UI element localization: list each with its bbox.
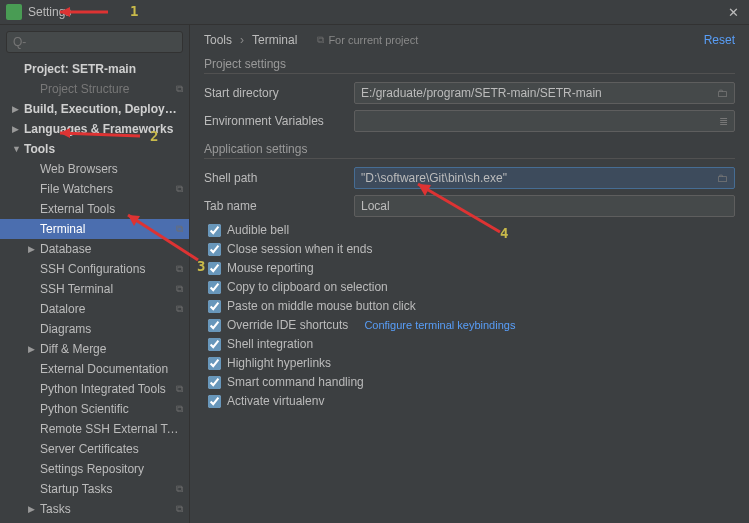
- checkbox[interactable]: [208, 243, 221, 256]
- sidebar-item-external-documentation[interactable]: External Documentation: [0, 359, 189, 379]
- chevron-right-icon: ›: [240, 33, 244, 47]
- input-tab-name[interactable]: Local: [354, 195, 735, 217]
- sidebar-item-label: Project Structure: [40, 82, 176, 96]
- checkbox-label: Audible bell: [227, 223, 289, 237]
- sidebar-item-settings-repository[interactable]: Settings Repository: [0, 459, 189, 479]
- sidebar-item-datalore[interactable]: Datalore⧉: [0, 299, 189, 319]
- list-icon[interactable]: ≣: [719, 115, 728, 128]
- chevron-icon: ▶: [28, 244, 38, 254]
- check-row-shell-integration: Shell integration: [208, 337, 735, 351]
- sidebar-item-server-certificates[interactable]: Server Certificates: [0, 439, 189, 459]
- sidebar-item-label: External Documentation: [40, 362, 183, 376]
- copy-icon: ⧉: [176, 383, 183, 395]
- crumb-terminal: Terminal: [252, 33, 297, 47]
- check-row-close-session-when-it-ends: Close session when it ends: [208, 242, 735, 256]
- sidebar-item-label: Web Browsers: [40, 162, 183, 176]
- sidebar-item-file-watchers[interactable]: File Watchers⧉: [0, 179, 189, 199]
- sidebar-item-startup-tasks[interactable]: Startup Tasks⧉: [0, 479, 189, 499]
- sidebar-item-database[interactable]: ▶Database: [0, 239, 189, 259]
- sidebar-item-label: Datalore: [40, 302, 176, 316]
- sidebar-item-terminal[interactable]: Terminal⧉: [0, 219, 189, 239]
- checkbox-label: Paste on middle mouse button click: [227, 299, 416, 313]
- sidebar-item-label: SSH Terminal: [40, 282, 176, 296]
- checkbox[interactable]: [208, 262, 221, 275]
- checkbox-label: Smart command handling: [227, 375, 364, 389]
- checkbox[interactable]: [208, 376, 221, 389]
- search-input[interactable]: [6, 31, 183, 53]
- sidebar-item-label: Server Certificates: [40, 442, 183, 456]
- sidebar-item-python-integrated-tools[interactable]: Python Integrated Tools⧉: [0, 379, 189, 399]
- sidebar-project[interactable]: Project: SETR-main: [0, 59, 189, 79]
- copy-icon: ⧉: [317, 34, 324, 46]
- sidebar-item-languages-frameworks[interactable]: ▶Languages & Frameworks: [0, 119, 189, 139]
- sidebar-item-ssh-configurations[interactable]: SSH Configurations⧉: [0, 259, 189, 279]
- sidebar-item-diff-merge[interactable]: ▶Diff & Merge: [0, 339, 189, 359]
- sidebar-item-label: Diagrams: [40, 322, 183, 336]
- breadcrumb: Tools › Terminal ⧉ For current project: [204, 33, 735, 47]
- checkbox-label: Close session when it ends: [227, 242, 372, 256]
- folder-icon[interactable]: 🗀: [717, 172, 728, 184]
- sidebar-item-label: Settings Repository: [40, 462, 183, 476]
- sidebar-item-label: SSH Configurations: [40, 262, 176, 276]
- section-app-settings: Application settings: [204, 142, 735, 159]
- copy-icon: ⧉: [176, 263, 183, 275]
- checkbox-label: Shell integration: [227, 337, 313, 351]
- checkbox[interactable]: [208, 357, 221, 370]
- check-row-mouse-reporting: Mouse reporting: [208, 261, 735, 275]
- check-row-paste-on-middle-mouse-button-click: Paste on middle mouse button click: [208, 299, 735, 313]
- checkbox-label: Highlight hyperlinks: [227, 356, 331, 370]
- check-row-audible-bell: Audible bell: [208, 223, 735, 237]
- copy-icon: ⧉: [176, 483, 183, 495]
- checkbox[interactable]: [208, 224, 221, 237]
- sidebar-item-label: Languages & Frameworks: [24, 122, 183, 136]
- close-icon[interactable]: ✕: [724, 5, 743, 20]
- sidebar-item-vagrant[interactable]: Vagrant: [0, 519, 189, 523]
- copy-icon: ⧉: [176, 503, 183, 515]
- check-row-activate-virtualenv: Activate virtualenv: [208, 394, 735, 408]
- input-start-directory[interactable]: E:/graduate/program/SETR-main/SETR-main …: [354, 82, 735, 104]
- checkbox[interactable]: [208, 300, 221, 313]
- sidebar-item-python-scientific[interactable]: Python Scientific⧉: [0, 399, 189, 419]
- checkbox[interactable]: [208, 395, 221, 408]
- sidebar-item-tasks[interactable]: ▶Tasks⧉: [0, 499, 189, 519]
- checkbox-label: Activate virtualenv: [227, 394, 324, 408]
- sidebar-item-label: Tasks: [40, 502, 176, 516]
- sidebar-item-ssh-terminal[interactable]: SSH Terminal⧉: [0, 279, 189, 299]
- sidebar-item-label: Tools: [24, 142, 183, 156]
- window-title: Settings: [28, 5, 71, 19]
- label-shell-path: Shell path: [204, 171, 344, 185]
- checkbox[interactable]: [208, 319, 221, 332]
- crumb-tools[interactable]: Tools: [204, 33, 232, 47]
- checkbox[interactable]: [208, 338, 221, 351]
- check-row-copy-to-clipboard-on-selection: Copy to clipboard on selection: [208, 280, 735, 294]
- check-row-override-ide-shortcuts: Override IDE shortcutsConfigure terminal…: [208, 318, 735, 332]
- copy-icon: ⧉: [176, 303, 183, 315]
- sidebar-item-build-execution-deployment[interactable]: ▶Build, Execution, Deployment: [0, 99, 189, 119]
- sidebar-item-label: File Watchers: [40, 182, 176, 196]
- keybindings-link[interactable]: Configure terminal keybindings: [364, 319, 515, 331]
- copy-icon: ⧉: [176, 183, 183, 195]
- input-shell-path[interactable]: "D:\software\Git\bin\sh.exe" 🗀: [354, 167, 735, 189]
- reset-link[interactable]: Reset: [704, 33, 735, 47]
- sidebar: Project: SETR-mainProject Structure⧉▶Bui…: [0, 25, 190, 523]
- copy-icon: ⧉: [176, 403, 183, 415]
- settings-tree: Project: SETR-mainProject Structure⧉▶Bui…: [0, 59, 189, 523]
- sidebar-item-external-tools[interactable]: External Tools: [0, 199, 189, 219]
- sidebar-item-diagrams[interactable]: Diagrams: [0, 319, 189, 339]
- checkbox[interactable]: [208, 281, 221, 294]
- label-tab-name: Tab name: [204, 199, 344, 213]
- label-env-vars: Environment Variables: [204, 114, 344, 128]
- input-env-vars[interactable]: ≣: [354, 110, 735, 132]
- checkbox-label: Mouse reporting: [227, 261, 314, 275]
- scope-label: For current project: [328, 34, 418, 46]
- label-start-directory: Start directory: [204, 86, 344, 100]
- sidebar-item-tools[interactable]: ▼Tools: [0, 139, 189, 159]
- sidebar-item-label: Python Scientific: [40, 402, 176, 416]
- sidebar-item-web-browsers[interactable]: Web Browsers: [0, 159, 189, 179]
- folder-icon[interactable]: 🗀: [717, 87, 728, 99]
- sidebar-item-project-structure[interactable]: Project Structure⧉: [0, 79, 189, 99]
- app-icon: [6, 4, 22, 20]
- section-project-settings: Project settings: [204, 57, 735, 74]
- sidebar-item-remote-ssh-external-tools[interactable]: Remote SSH External Tools: [0, 419, 189, 439]
- checkbox-label: Override IDE shortcuts: [227, 318, 348, 332]
